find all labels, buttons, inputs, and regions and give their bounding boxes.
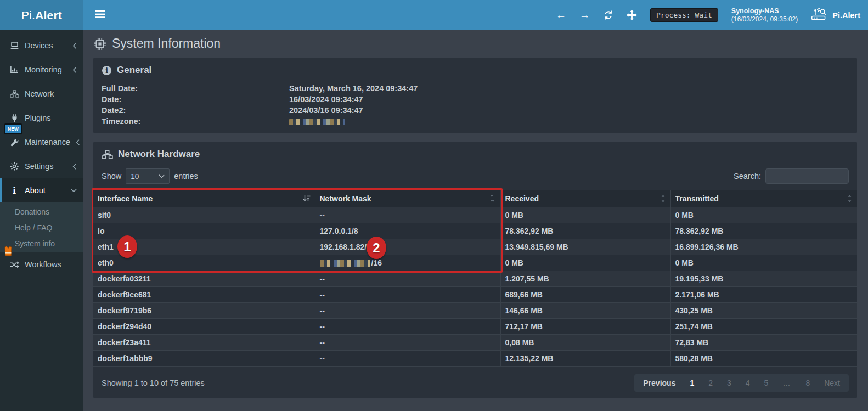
topbar-main: ← → Process: Wait Synology-NAS (16/03/20…: [83, 0, 868, 30]
table-row: dockerf1abbb9 -- 12.135,22 MB 580,28 MB: [93, 350, 857, 366]
pagination: Previous 1 2 3 4 5 … 8 Next: [634, 374, 849, 392]
cell-transmitted: 72,83 MB: [670, 334, 857, 350]
sidebar-item-network[interactable]: Network: [0, 82, 83, 106]
brand-logo[interactable]: Pi.Alert: [0, 0, 83, 30]
sort-both-icon: [490, 195, 496, 202]
sidebar-item-label: About: [25, 186, 46, 195]
cell-received: 0,08 MB: [500, 334, 670, 350]
cell-transmitted: 78.362,92 MB: [670, 223, 857, 239]
sidebar-item-about[interactable]: i About: [0, 178, 83, 202]
pagination-next[interactable]: Next: [824, 379, 840, 387]
field-value: 2024/03/16 09:34:47: [289, 105, 363, 116]
cell-received: 689,66 MB: [500, 286, 670, 302]
column-header-transmitted[interactable]: Transmitted: [670, 190, 857, 207]
body-layout: Devices Monitoring Network: [0, 30, 868, 411]
column-header-interface-name[interactable]: Interface Name: [93, 190, 315, 207]
chevron-left-icon: [76, 139, 80, 145]
cell-interface: dockerf9719b6: [93, 302, 315, 318]
page-length-control: Show 10 entries: [102, 168, 198, 184]
cell-mask: 192.168.1.82/24: [315, 239, 500, 255]
cell-mask: --: [315, 207, 500, 223]
move-icon[interactable]: [627, 10, 637, 20]
redacted-mask-pixels: [320, 260, 370, 267]
network-hardware-title-text: Network Hardware: [118, 149, 200, 160]
sidebar-toggle-button[interactable]: [91, 7, 110, 23]
table-row: dockerf23a411 -- 0,08 MB 72,83 MB: [93, 334, 857, 350]
cell-interface: dockerf9ce681: [93, 286, 315, 302]
cell-received: 146,66 MB: [500, 302, 670, 318]
cell-interface: eth0: [93, 255, 315, 271]
cell-transmitted: 430,25 MB: [670, 302, 857, 318]
search-control: Search:: [734, 168, 849, 184]
table-row: lo 127.0.0.1/8 78.362,92 MB 78.362,92 MB: [93, 223, 857, 239]
showing-entries-text: Showing 1 to 10 of 75 entries: [102, 379, 205, 387]
topbar: Pi.Alert ← → Process: Wait Synology-NAS …: [0, 0, 868, 30]
column-header-network-mask[interactable]: Network Mask: [315, 190, 500, 207]
general-rows: Full Date: Saturday, March 16, 2024 09:3…: [93, 83, 857, 127]
pagination-page-4[interactable]: 4: [746, 379, 750, 387]
sidebar-item-label: Devices: [25, 41, 53, 50]
table-row: dockerf9ce681 -- 689,66 MB 2.171,06 MB: [93, 286, 857, 302]
brand-text-bold: Alert: [35, 9, 62, 22]
sidebar-item-devices[interactable]: Devices: [0, 33, 83, 58]
pagination-previous[interactable]: Previous: [643, 379, 675, 387]
laptop-icon: [9, 42, 19, 49]
cell-transmitted: 19.195,33 MB: [670, 271, 857, 286]
cell-interface: lo: [93, 223, 315, 239]
cell-mask: --: [315, 318, 500, 334]
cell-received: 78.362,92 MB: [500, 223, 670, 239]
table-controls: Show 10 entries Search:: [93, 168, 857, 184]
field-value: 16/03/2024 09:34:47: [289, 94, 363, 105]
page-size-select[interactable]: 10: [126, 168, 170, 184]
pagination-page-3[interactable]: 3: [727, 379, 731, 387]
cell-interface: dockerfa03211: [93, 271, 315, 286]
submenu-item-label: Help / FAQ: [15, 223, 52, 232]
app-home-link[interactable]: Pi.Alert: [811, 8, 860, 23]
cell-transmitted: 2.171,06 MB: [670, 286, 857, 302]
info-icon: i: [9, 185, 19, 196]
forward-arrow-icon[interactable]: →: [579, 10, 590, 20]
table-row: dockerf294d40 -- 712,17 MB 251,74 MB: [93, 318, 857, 334]
cell-transmitted: 0 MB: [670, 255, 857, 271]
sort-both-icon: [847, 195, 853, 202]
general-row: Date: 16/03/2024 09:34:47: [102, 94, 849, 105]
column-header-label: Received: [505, 194, 539, 203]
app-name-label: Pi.Alert: [832, 11, 860, 20]
sidebar-item-monitoring[interactable]: Monitoring: [0, 58, 83, 82]
field-label: Full Date:: [102, 83, 289, 94]
cell-transmitted: 0 MB: [670, 207, 857, 223]
cell-mask: --: [315, 350, 500, 366]
cell-received: 0 MB: [500, 207, 670, 223]
cell-transmitted: 580,28 MB: [670, 350, 857, 366]
refresh-icon[interactable]: [603, 10, 613, 20]
cell-mask: 127.0.0.1/8: [315, 223, 500, 239]
cell-interface: dockerf23a411: [93, 334, 315, 350]
about-submenu: Donations Help / FAQ System info: [0, 202, 83, 252]
sidebar-item-workflows[interactable]: Workflows: [0, 252, 83, 277]
sidebar: Devices Monitoring Network: [0, 30, 83, 411]
chevron-left-icon: [72, 67, 77, 73]
pagination-page-1[interactable]: 1: [690, 379, 694, 387]
page-title-text: System Information: [112, 36, 221, 51]
field-value: Saturday, March 16, 2024 09:34:47: [289, 83, 418, 94]
sidebar-item-settings[interactable]: Settings: [0, 154, 83, 178]
pagination-page-5[interactable]: 5: [764, 379, 769, 387]
submenu-item-donations[interactable]: Donations: [0, 204, 83, 219]
network-hardware-table: Interface Name Network Mask: [93, 190, 857, 367]
sidebar-item-maintenance[interactable]: NEW Maintenance: [0, 130, 83, 154]
column-header-label: Interface Name: [98, 194, 153, 203]
cell-received: 1.207,55 MB: [500, 271, 670, 286]
cell-mask: --: [315, 334, 500, 350]
table-row: dockerfa03211 -- 1.207,55 MB 19.195,33 M…: [93, 271, 857, 286]
hamburger-icon: [95, 10, 105, 18]
svg-text:i: i: [105, 66, 108, 74]
sidebar-item-label: Workflows: [25, 260, 61, 269]
pagination-page-2[interactable]: 2: [708, 379, 713, 387]
submenu-item-help-faq[interactable]: Help / FAQ: [0, 219, 83, 235]
general-row: Date2: 2024/03/16 09:34:47: [102, 105, 849, 116]
general-row: Timezone:: [102, 116, 849, 127]
search-input[interactable]: [765, 168, 849, 184]
pagination-page-8[interactable]: 8: [805, 379, 810, 387]
back-arrow-icon[interactable]: ←: [556, 10, 566, 20]
column-header-received[interactable]: Received: [500, 190, 670, 207]
